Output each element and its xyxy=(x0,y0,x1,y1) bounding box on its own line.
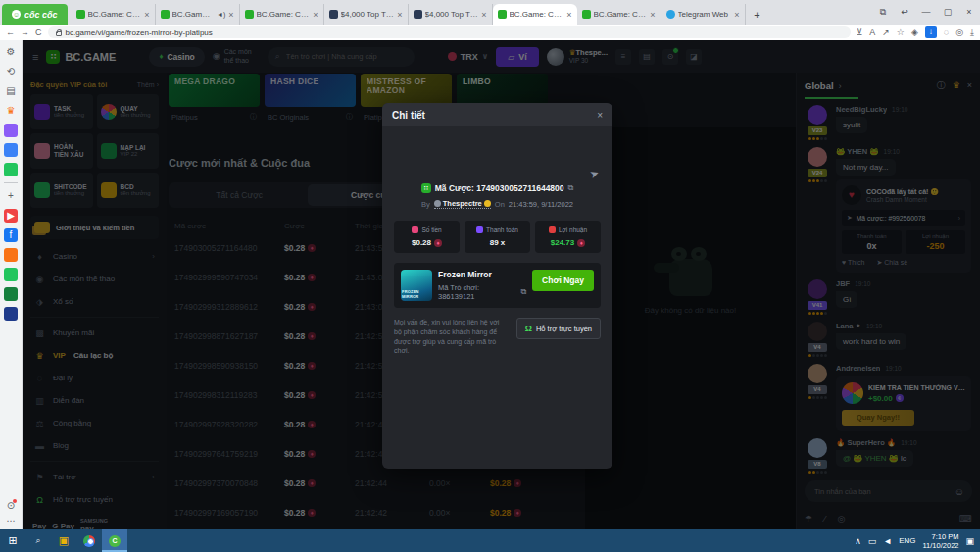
game-name: Frozen Mirror xyxy=(438,270,526,279)
close-window-button[interactable]: × xyxy=(958,0,980,25)
sync-icon[interactable]: ◌ xyxy=(944,27,949,37)
copy-game-id-icon[interactable]: ⧉ xyxy=(520,287,526,297)
browser-tab[interactable]: BC.Game: Crypto◄)× xyxy=(156,4,240,25)
new-tab-button[interactable]: + xyxy=(750,7,765,23)
gem-coin-icon: ♦ xyxy=(434,239,442,247)
add-shortcut-icon[interactable]: + xyxy=(4,189,18,203)
modal-close-icon[interactable]: × xyxy=(597,110,603,121)
notifications-bell-icon[interactable]: ⊙ xyxy=(7,500,15,511)
bcgame-favicon xyxy=(161,10,170,19)
youtube-icon[interactable]: ▶ xyxy=(4,209,18,223)
stat-value: $24.73♦ xyxy=(537,238,599,247)
taskbar-clock[interactable]: 7:10 PM 11/10/2022 xyxy=(923,532,959,550)
tab-audio-icon: ◄) xyxy=(217,11,225,18)
tab-close-icon[interactable]: × xyxy=(481,10,486,20)
file-explorer-button[interactable]: ▣ xyxy=(51,529,76,552)
action-center-icon[interactable]: ▣ xyxy=(965,536,974,546)
history-icon[interactable]: ⟲ xyxy=(4,65,18,78)
app-green-icon[interactable] xyxy=(4,268,18,281)
profile-icon[interactable]: ◎ xyxy=(956,27,963,37)
zalo-icon[interactable] xyxy=(4,143,18,157)
tab-title: $4,000 Top Tier Plat xyxy=(425,10,479,19)
start-button[interactable]: ⊞ xyxy=(0,529,25,552)
chrome-icon xyxy=(83,535,95,547)
downloads-tray-icon[interactable]: ⤓ xyxy=(970,27,974,38)
rail-more-icon[interactable]: ⋯ xyxy=(7,516,16,526)
tab-close-icon[interactable]: × xyxy=(228,10,233,20)
tab-title: BC.Game: Crypto Ca xyxy=(88,10,142,19)
lock-icon xyxy=(56,31,62,36)
settings-icon[interactable]: ⚙ xyxy=(4,45,18,59)
app-orange-icon[interactable] xyxy=(4,248,18,262)
forum-favicon xyxy=(414,10,422,19)
payout-icon xyxy=(476,226,483,233)
browser-tab[interactable]: BC.Game: Crypto Ca× xyxy=(72,4,156,25)
back-icon[interactable]: ← xyxy=(6,27,15,37)
forward-icon[interactable]: → xyxy=(21,27,29,37)
display-icon[interactable]: ▭ xyxy=(868,536,877,546)
bcgame-favicon xyxy=(498,10,507,19)
minimize-button[interactable]: — xyxy=(915,0,937,25)
browser-tab[interactable]: BC.Game: Crypto Ca× xyxy=(493,4,577,25)
system-tray: ∧ ▭ ◄ ENG 7:10 PM 11/10/2022 ▣ xyxy=(855,532,980,550)
coccoc-brand-button[interactable]: ☺ cốc cốc xyxy=(2,4,68,25)
slots-category-icon: ∷ xyxy=(421,183,431,193)
reload-icon[interactable]: C xyxy=(35,27,42,37)
coccoc-brand-label: cốc cốc xyxy=(24,10,58,20)
facebook-icon[interactable]: f xyxy=(4,228,18,242)
language-indicator[interactable]: ENG xyxy=(899,536,915,545)
telegram-favicon xyxy=(666,10,675,19)
reading-list-icon[interactable]: ▤ xyxy=(4,84,18,98)
adblock-shield-icon[interactable]: ◈ xyxy=(911,27,918,37)
browser-tab[interactable]: $4,000 Top Tier Plat× xyxy=(409,4,493,25)
gem-coin-icon: ♦ xyxy=(577,239,585,247)
app-navy-icon[interactable] xyxy=(4,307,18,321)
save-page-icon[interactable]: ⊻ xyxy=(857,27,863,37)
browser-tab[interactable]: BC.Game: Crypto Ca× xyxy=(577,4,662,25)
bet-by-row: By Thespectre On 21:43:59, 9/11/2022 xyxy=(394,199,601,209)
app-garden-icon[interactable] xyxy=(4,287,18,301)
chrome-taskbar-button[interactable] xyxy=(76,529,102,552)
tab-panel-icon[interactable]: ⧉ xyxy=(872,0,894,25)
player-badge-icon xyxy=(484,200,491,207)
tab-close-icon[interactable]: × xyxy=(144,10,149,20)
share-icon[interactable]: ↗ xyxy=(882,27,890,37)
play-now-button[interactable]: Chơi Ngay xyxy=(532,270,594,291)
tray-expand-icon[interactable]: ∧ xyxy=(855,536,861,546)
game-thumbnail[interactable] xyxy=(401,270,432,301)
tab-close-icon[interactable]: × xyxy=(566,10,571,20)
tab-title: BC.Game: Crypto Ca xyxy=(257,10,311,19)
games-icon[interactable] xyxy=(4,163,18,176)
browser-tab[interactable]: $4,000 Top Tier Plati× xyxy=(324,4,409,25)
coccoc-vip-crown-icon[interactable]: ♛ xyxy=(4,104,18,118)
bet-id-row: ∷ Mã Cược: 1749030052711644800 ⧉ xyxy=(394,183,601,193)
volume-icon[interactable]: ◄ xyxy=(883,536,892,546)
player-link[interactable]: Thespectre xyxy=(434,199,491,209)
tab-close-icon[interactable]: × xyxy=(734,10,739,20)
taskbar-time: 7:10 PM xyxy=(932,532,959,541)
url-field[interactable]: bc.game/vi/game/frozen-mirror-by-platipu… xyxy=(48,26,851,38)
restore-session-icon[interactable]: ↩ xyxy=(894,0,915,25)
taskbar-date: 11/10/2022 xyxy=(923,541,959,550)
stat-value: $0.28♦ xyxy=(396,238,458,247)
tab-close-icon[interactable]: × xyxy=(313,10,318,20)
tab-close-icon[interactable]: × xyxy=(650,10,655,20)
headset-icon: Ω xyxy=(525,324,532,333)
browser-tab[interactable]: Telegram Web× xyxy=(662,4,746,25)
maximize-button[interactable]: ▢ xyxy=(937,0,958,25)
copy-bet-id-icon[interactable]: ⧉ xyxy=(568,183,574,193)
game-info-box: Frozen Mirror Mã Trò chơi: 386139121 ⧉ C… xyxy=(394,263,601,308)
bookmark-star-icon[interactable]: ☆ xyxy=(897,27,905,37)
tab-close-icon[interactable]: × xyxy=(397,10,402,20)
coccoc-taskbar-button[interactable]: C xyxy=(102,529,127,552)
stat-label: Số tiền xyxy=(421,226,441,233)
share-bet-icon[interactable]: ➤ xyxy=(588,167,601,181)
address-bar-icons: ⊻ A ↗ ☆ ◈ ↓ ◌ ◎ ⤓ xyxy=(857,26,974,38)
download-active-icon[interactable]: ↓ xyxy=(925,26,937,38)
live-support-button[interactable]: Ω Hỗ trợ trực tuyến xyxy=(516,318,601,339)
translate-icon[interactable]: A xyxy=(869,27,875,37)
taskbar-search-button[interactable]: ⌕ xyxy=(25,529,51,552)
messenger-icon[interactable] xyxy=(4,124,18,137)
browser-tab[interactable]: BC.Game: Crypto Ca× xyxy=(240,4,324,25)
windows-taskbar: ⊞ ⌕ ▣ C ∧ ▭ ◄ ENG 7:10 PM 11/10/2022 ▣ xyxy=(0,529,980,552)
